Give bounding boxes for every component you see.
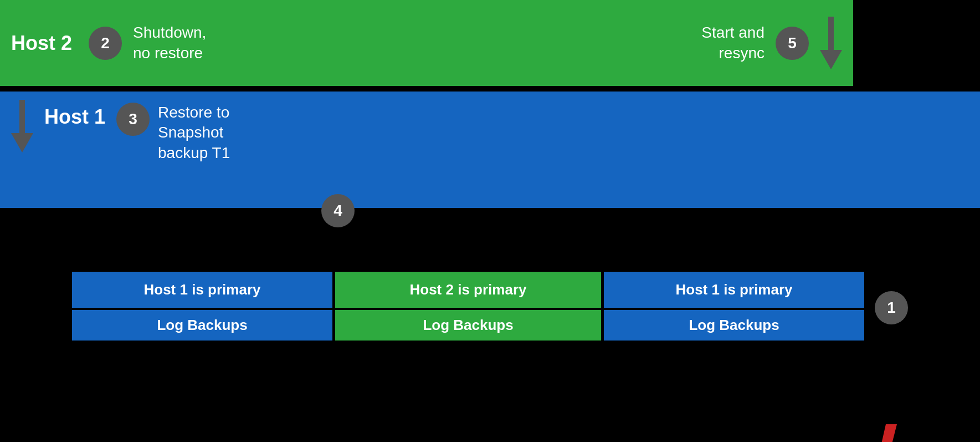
step2-text: Shutdown, no restore <box>133 23 206 63</box>
host1-log-box-2: Log Backups <box>604 310 864 341</box>
step3-badge: 3 <box>116 103 150 136</box>
timeline-section: Host 1 is primary Log Backups Host 2 is … <box>0 219 980 442</box>
svg-marker-0 <box>872 424 897 442</box>
diagram-container: Host 2 2 Shutdown, no restore Start and … <box>0 0 980 442</box>
step5-badge: 5 <box>776 27 809 60</box>
step5-arrow-down <box>820 17 842 69</box>
host2-bar: Host 2 2 Shutdown, no restore Start and … <box>0 0 853 86</box>
host1-bar: Host 1 3 Restore to Snapshot backup T1 4… <box>0 92 980 208</box>
step4-badge: 4 <box>321 194 355 227</box>
host1-left-arrow <box>11 100 33 153</box>
timeline-group-2: Host 2 is primary Log Backups <box>335 272 601 341</box>
timeline-boxes: Host 1 is primary Log Backups Host 2 is … <box>72 272 864 341</box>
start-resync-text: Start and resync <box>701 23 764 63</box>
step1-badge: 1 <box>875 291 908 324</box>
host1-log-box: Log Backups <box>72 310 332 341</box>
host1-primary-box: Host 1 is primary <box>72 272 332 308</box>
host1-primary-box-2: Host 1 is primary <box>604 272 864 308</box>
host1-label: Host 1 <box>44 105 105 129</box>
host2-right: Start and resync 5 <box>701 17 842 69</box>
host2-primary-box: Host 2 is primary <box>335 272 601 308</box>
host2-label: Host 2 <box>11 32 72 55</box>
step2-badge: 2 <box>89 27 122 60</box>
timeline-group-3: Host 1 is primary Log Backups <box>604 272 864 341</box>
timeline-group-1: Host 1 is primary Log Backups <box>72 272 332 341</box>
host2-log-box: Log Backups <box>335 310 601 341</box>
lightning-bolt <box>866 424 900 442</box>
step3-text: Restore to Snapshot backup T1 <box>158 103 230 163</box>
